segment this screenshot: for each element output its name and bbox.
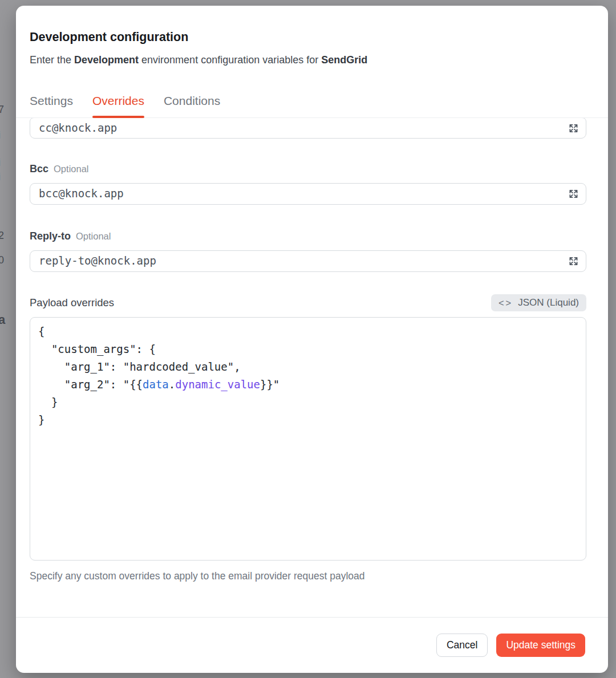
dialog-header: Development configuration Enter the Deve… — [16, 6, 608, 118]
reply-to-field-row — [30, 250, 586, 272]
code-text: }}" — [260, 378, 279, 391]
subtitle-provider: SendGrid — [321, 54, 367, 66]
backdrop-text-fragment: 7 — [0, 104, 4, 115]
format-badge-label: JSON (Liquid) — [518, 297, 579, 308]
tab-label: Overrides — [92, 94, 144, 107]
cc-field-row — [30, 118, 586, 139]
bcc-field-row — [30, 183, 586, 205]
subtitle-text: environment configuration variables for — [139, 54, 321, 66]
tab-overrides[interactable]: Overrides — [92, 94, 144, 117]
backdrop-text-fragment: 2 — [0, 230, 4, 241]
code-line: } — [38, 411, 578, 429]
liquid-property-token: dynamic_value — [175, 378, 260, 391]
backdrop-text-fragment: 0 — [0, 255, 4, 265]
backdrop-text-fragment: i — [0, 172, 1, 182]
subtitle-text: Enter the — [30, 54, 74, 66]
payload-helper-text: Specify any custom overrides to apply to… — [30, 570, 586, 582]
expand-icon — [568, 256, 579, 267]
payload-overrides-editor[interactable]: { "custom_args": { "arg_1": "hardcoded_v… — [30, 317, 586, 561]
code-line: { — [38, 323, 578, 340]
code-brackets-icon: <> — [499, 298, 513, 308]
expand-icon — [568, 189, 579, 200]
tab-conditions[interactable]: Conditions — [164, 94, 220, 117]
code-text: . — [169, 378, 175, 391]
bcc-optional-hint: Optional — [54, 164, 88, 174]
update-settings-button[interactable]: Update settings — [496, 634, 585, 657]
backdrop-text-fragment: i — [0, 157, 1, 168]
payload-overrides-header: Payload overrides <> JSON (Liquid) — [30, 294, 586, 312]
backdrop-text-fragment: i — [0, 130, 1, 140]
format-badge: <> JSON (Liquid) — [491, 294, 586, 311]
code-line: } — [38, 393, 578, 411]
code-line: "arg_2": "{{data.dynamic_value}}" — [38, 376, 578, 393]
liquid-object-token: data — [143, 378, 169, 391]
bcc-input[interactable] — [30, 183, 586, 205]
code-line: "arg_1": "hardcoded_value", — [38, 358, 578, 376]
reply-to-input[interactable] — [30, 250, 586, 272]
expand-reply-to-button[interactable] — [567, 255, 580, 268]
payload-overrides-label: Payload overrides — [30, 297, 114, 309]
reply-to-label-row: Reply-to Optional — [30, 230, 586, 242]
cc-input[interactable] — [30, 118, 586, 139]
development-configuration-dialog: Development configuration Enter the Deve… — [16, 6, 608, 673]
bcc-label: Bcc — [30, 163, 48, 175]
dialog-title: Development configuration — [30, 29, 594, 46]
expand-cc-button[interactable] — [567, 121, 580, 135]
cancel-button[interactable]: Cancel — [436, 634, 488, 657]
expand-icon — [568, 123, 579, 133]
dialog-content: Bcc Optional Reply-to Optional — [16, 118, 608, 617]
dialog-tabs: Settings Overrides Conditions — [30, 94, 594, 117]
reply-to-optional-hint: Optional — [76, 231, 111, 242]
reply-to-label: Reply-to — [30, 230, 71, 242]
backdrop-text-fragment: a — [0, 315, 5, 325]
dialog-footer: Cancel Update settings — [16, 617, 608, 673]
expand-bcc-button[interactable] — [567, 188, 580, 201]
tab-settings[interactable]: Settings — [30, 94, 73, 117]
subtitle-environment: Development — [74, 54, 139, 66]
code-line: "custom_args": { — [38, 340, 578, 358]
dialog-subtitle: Enter the Development environment config… — [30, 53, 594, 67]
code-text: "arg_2": "{{ — [38, 378, 143, 391]
bcc-label-row: Bcc Optional — [30, 163, 586, 175]
